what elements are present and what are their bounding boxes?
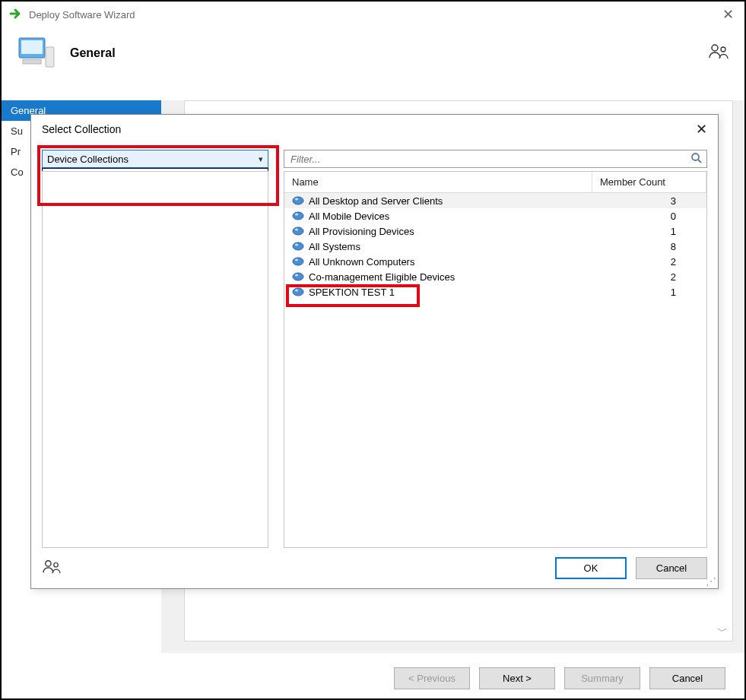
cell-count: 0 (585, 211, 699, 222)
list-item[interactable]: Co-management Eligible Devices2 (284, 269, 706, 284)
next-button[interactable]: Next > (479, 667, 555, 689)
cell-count: 2 (585, 271, 699, 283)
svg-point-13 (295, 214, 298, 216)
close-icon[interactable]: ✕ (696, 122, 707, 136)
cancel-button[interactable]: Cancel (649, 667, 725, 689)
chevron-down-icon: ▾ (259, 154, 263, 164)
close-icon[interactable]: ✕ (719, 6, 737, 23)
previous-button[interactable]: < Previous (394, 667, 470, 689)
collection-icon (292, 286, 304, 298)
filter-input[interactable] (284, 150, 707, 168)
list-item[interactable]: All Unknown Computers2 (284, 254, 706, 269)
svg-point-22 (295, 259, 298, 261)
collection-icon (292, 255, 304, 268)
collection-icon (292, 195, 304, 207)
collection-icon (292, 210, 304, 222)
list-item[interactable]: All Mobile Devices0 (284, 208, 706, 223)
svg-point-10 (295, 198, 298, 201)
svg-point-30 (54, 563, 59, 568)
wizard-page-icon (17, 33, 56, 72)
search-icon[interactable] (690, 152, 703, 166)
list-item[interactable]: All Desktop and Server Clients3 (284, 193, 706, 208)
svg-point-6 (692, 154, 699, 160)
svg-point-19 (295, 244, 298, 246)
dialog-title: Select Collection (42, 123, 121, 135)
svg-point-25 (295, 274, 298, 277)
cell-count: 8 (585, 241, 699, 252)
deploy-arrow-icon (9, 7, 23, 23)
combo-selected-label: Device Collections (47, 154, 129, 165)
select-collection-dialog: Select Collection ✕ Device Collections ▾… (30, 114, 719, 589)
collection-icon (292, 271, 304, 283)
list-item[interactable]: All Provisioning Devices1 (284, 223, 706, 239)
svg-point-5 (721, 47, 725, 52)
cell-name: All Systems (309, 241, 360, 252)
cell-name: SPEKTION TEST 1 (309, 287, 395, 298)
collection-tree-pane[interactable] (42, 171, 268, 548)
list-item[interactable]: All Systems8 (284, 239, 706, 254)
svg-rect-1 (21, 40, 43, 54)
cell-name: Co-management Eligible Devices (309, 271, 455, 283)
wizard-footer: < Previous Next > Summary Cancel (394, 667, 725, 689)
users-icon[interactable] (708, 43, 729, 63)
svg-point-28 (295, 290, 298, 292)
list-item[interactable]: SPEKTION TEST 11 (284, 284, 706, 299)
column-header-member-count[interactable]: Member Count (592, 172, 706, 192)
collection-icon (292, 225, 304, 237)
resize-grip-icon[interactable]: ⋰ (706, 576, 716, 587)
page-title: General (70, 46, 116, 60)
svg-rect-2 (46, 47, 54, 67)
chevron-down-icon[interactable]: ﹀ (717, 626, 728, 636)
cell-name: All Provisioning Devices (309, 226, 414, 237)
collection-list: Name Member Count All Desktop and Server… (284, 171, 707, 548)
cell-name: All Desktop and Server Clients (309, 195, 443, 207)
collection-type-combo[interactable]: Device Collections ▾ (42, 150, 268, 168)
cell-count: 1 (585, 226, 699, 237)
column-header-name[interactable]: Name (284, 172, 592, 192)
ok-button[interactable]: OK (555, 557, 627, 579)
svg-line-7 (698, 160, 701, 163)
cell-name: All Unknown Computers (309, 256, 414, 268)
window-title: Deploy Software Wizard (29, 9, 135, 21)
svg-point-29 (46, 561, 51, 566)
cell-count: 3 (585, 195, 699, 207)
cell-count: 2 (585, 256, 699, 268)
cancel-button[interactable]: Cancel (636, 557, 707, 579)
svg-point-16 (295, 229, 298, 231)
users-icon[interactable] (42, 559, 62, 578)
summary-button[interactable]: Summary (564, 667, 640, 689)
cell-name: All Mobile Devices (309, 211, 389, 222)
svg-point-4 (712, 45, 718, 51)
cell-count: 1 (585, 287, 699, 298)
collection-icon (292, 240, 304, 252)
svg-rect-3 (23, 59, 41, 64)
